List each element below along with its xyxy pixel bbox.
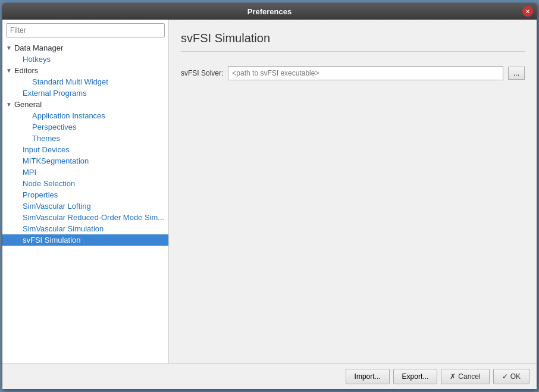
tree-label-simvascular-reduced: SimVascular Reduced-Order Mode Sim... xyxy=(23,213,164,222)
solver-row: svFSI Solver: ... xyxy=(181,66,525,80)
tree-item-application-instances[interactable]: Application Instances xyxy=(2,110,168,121)
tree-item-general[interactable]: ▼General xyxy=(2,99,168,110)
tree-item-node-selection[interactable]: Node Selection xyxy=(2,178,168,189)
tree-label-general: General xyxy=(14,100,42,109)
tree-label-data-manager: Data Manager xyxy=(14,43,63,52)
tree-item-hotkeys[interactable]: Hotkeys xyxy=(2,54,168,65)
tree-label-input-devices: Input Devices xyxy=(23,145,70,154)
tree-item-data-manager[interactable]: ▼Data Manager xyxy=(2,42,168,54)
ok-label: OK xyxy=(510,372,521,381)
tree-label-application-instances: Application Instances xyxy=(32,111,105,120)
tree-label-properties: Properties xyxy=(23,190,58,199)
tree: ▼Data ManagerHotkeys▼EditorsStandard Mul… xyxy=(2,41,168,363)
tree-label-external-programs: External Programs xyxy=(23,89,87,98)
tree-label-perspectives: Perspectives xyxy=(32,123,76,131)
dialog-content: ▼Data ManagerHotkeys▼EditorsStandard Mul… xyxy=(2,20,537,363)
import-button[interactable]: Import... xyxy=(346,369,390,384)
tree-label-simvascular-simulation: SimVascular Simulation xyxy=(23,224,104,233)
ok-button[interactable]: ✓ OK xyxy=(493,369,529,384)
page-title: svFSI Simulation xyxy=(181,32,525,52)
tree-item-input-devices[interactable]: Input Devices xyxy=(2,144,168,155)
tree-label-hotkeys: Hotkeys xyxy=(23,55,51,64)
cancel-button[interactable]: ✗ Cancel xyxy=(441,369,489,384)
tree-arrow-editors: ▼ xyxy=(6,67,12,74)
tree-label-simvascular-lofting: SimVascular Lofting xyxy=(23,202,91,211)
tree-label-node-selection: Node Selection xyxy=(23,179,75,188)
tree-item-simvascular-reduced[interactable]: SimVascular Reduced-Order Mode Sim... xyxy=(2,212,168,223)
tree-arrow-general: ▼ xyxy=(6,101,12,108)
tree-label-mpi: MPI xyxy=(23,168,36,177)
tree-item-themes[interactable]: Themes xyxy=(2,133,168,144)
tree-item-simvascular-simulation[interactable]: SimVascular Simulation xyxy=(2,223,168,234)
title-bar: Preferences × xyxy=(2,4,537,20)
solver-input[interactable] xyxy=(228,66,503,80)
ok-icon: ✓ xyxy=(502,372,508,381)
tree-item-simvascular-lofting[interactable]: SimVascular Lofting xyxy=(2,200,168,212)
spacer xyxy=(181,80,525,352)
cancel-icon: ✗ xyxy=(450,372,456,381)
tree-item-svfsi-simulation[interactable]: svFSI Simulation xyxy=(2,234,168,246)
tree-label-editors: Editors xyxy=(14,66,38,75)
sidebar: ▼Data ManagerHotkeys▼EditorsStandard Mul… xyxy=(2,20,169,363)
solver-label: svFSI Solver: xyxy=(181,69,223,77)
tree-item-editors[interactable]: ▼Editors xyxy=(2,65,168,76)
browse-button[interactable]: ... xyxy=(508,67,525,80)
tree-label-standard-multi-widget: Standard Multi Widget xyxy=(32,77,108,86)
preferences-dialog: Preferences × ▼Data ManagerHotkeys▼Edito… xyxy=(2,3,537,390)
tree-item-perspectives[interactable]: Perspectives xyxy=(2,121,168,133)
footer: Import... Export... ✗ Cancel ✓ OK xyxy=(2,363,537,389)
main-panel: svFSI Simulation svFSI Solver: ... xyxy=(169,20,537,363)
tree-item-external-programs[interactable]: External Programs xyxy=(2,87,168,99)
tree-label-themes: Themes xyxy=(32,134,60,143)
dialog-title: Preferences xyxy=(247,7,292,16)
tree-item-standard-multi-widget[interactable]: Standard Multi Widget xyxy=(2,76,168,87)
filter-input[interactable] xyxy=(6,23,165,37)
tree-item-properties[interactable]: Properties xyxy=(2,189,168,200)
tree-item-mitk-segmentation[interactable]: MITKSegmentation xyxy=(2,155,168,167)
export-button[interactable]: Export... xyxy=(393,369,438,384)
cancel-label: Cancel xyxy=(458,372,480,381)
tree-label-svfsi-simulation: svFSI Simulation xyxy=(23,236,81,244)
close-button[interactable]: × xyxy=(522,6,533,17)
tree-item-mpi[interactable]: MPI xyxy=(2,167,168,178)
tree-label-mitk-segmentation: MITKSegmentation xyxy=(23,156,89,165)
tree-arrow-data-manager: ▼ xyxy=(6,45,12,51)
